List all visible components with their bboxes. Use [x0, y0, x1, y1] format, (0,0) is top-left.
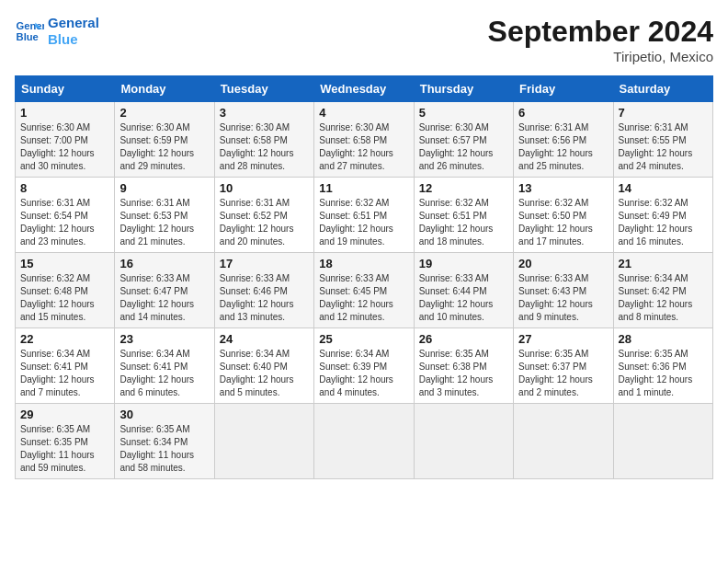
logo-line1: General — [48, 15, 99, 31]
day-number: 30 — [119, 408, 209, 421]
table-row: 23Sunrise: 6:34 AM Sunset: 6:41 PM Dayli… — [115, 328, 214, 404]
svg-text:Blue: Blue — [17, 31, 39, 42]
day-number: 5 — [419, 106, 508, 120]
day-info: Sunrise: 6:32 AM Sunset: 6:50 PM Dayligh… — [518, 197, 608, 248]
header-row: Sunday Monday Tuesday Wednesday Thursday… — [16, 76, 713, 102]
table-row: 11Sunrise: 6:32 AM Sunset: 6:51 PM Dayli… — [314, 178, 414, 253]
day-info: Sunrise: 6:35 AM Sunset: 6:34 PM Dayligh… — [119, 423, 209, 475]
calendar-week-3: 15Sunrise: 6:32 AM Sunset: 6:48 PM Dayli… — [16, 253, 713, 328]
day-number: 11 — [319, 181, 408, 195]
day-number: 13 — [518, 181, 608, 195]
calendar-week-5: 29Sunrise: 6:35 AM Sunset: 6:35 PM Dayli… — [16, 404, 713, 479]
table-row: 2Sunrise: 6:30 AM Sunset: 6:59 PM Daylig… — [115, 102, 214, 178]
table-row: 22Sunrise: 6:34 AM Sunset: 6:41 PM Dayli… — [16, 328, 115, 404]
day-number: 6 — [518, 106, 608, 120]
col-friday: Friday — [514, 76, 613, 102]
day-info: Sunrise: 6:30 AM Sunset: 6:58 PM Dayligh… — [220, 121, 309, 173]
table-row: 4Sunrise: 6:30 AM Sunset: 6:58 PM Daylig… — [314, 102, 414, 178]
day-info: Sunrise: 6:31 AM Sunset: 6:54 PM Dayligh… — [20, 197, 109, 248]
location-subtitle: Tiripetio, Mexico — [488, 49, 713, 64]
day-info: Sunrise: 6:35 AM Sunset: 6:38 PM Dayligh… — [419, 348, 508, 399]
calendar-week-2: 8Sunrise: 6:31 AM Sunset: 6:54 PM Daylig… — [16, 178, 713, 253]
day-number: 24 — [220, 332, 309, 346]
day-number: 14 — [619, 181, 708, 195]
table-row: 28Sunrise: 6:35 AM Sunset: 6:36 PM Dayli… — [613, 328, 712, 404]
table-row: 20Sunrise: 6:33 AM Sunset: 6:43 PM Dayli… — [514, 253, 613, 328]
logo-line2: Blue — [48, 31, 99, 48]
calendar-table: Sunday Monday Tuesday Wednesday Thursday… — [15, 75, 713, 479]
day-info: Sunrise: 6:31 AM Sunset: 6:55 PM Dayligh… — [619, 121, 708, 173]
col-thursday: Thursday — [414, 76, 513, 102]
table-row: 8Sunrise: 6:31 AM Sunset: 6:54 PM Daylig… — [16, 178, 115, 253]
col-monday: Monday — [115, 76, 214, 102]
table-row — [314, 404, 414, 479]
day-info: Sunrise: 6:30 AM Sunset: 6:57 PM Dayligh… — [419, 121, 508, 173]
table-row — [514, 404, 613, 479]
table-row: 5Sunrise: 6:30 AM Sunset: 6:57 PM Daylig… — [414, 102, 513, 178]
day-info: Sunrise: 6:33 AM Sunset: 6:45 PM Dayligh… — [319, 272, 408, 324]
day-number: 17 — [220, 257, 309, 270]
day-info: Sunrise: 6:33 AM Sunset: 6:46 PM Dayligh… — [220, 272, 309, 324]
col-wednesday: Wednesday — [314, 76, 414, 102]
table-row: 6Sunrise: 6:31 AM Sunset: 6:56 PM Daylig… — [514, 102, 613, 178]
table-row: 14Sunrise: 6:32 AM Sunset: 6:49 PM Dayli… — [613, 178, 712, 253]
table-row: 29Sunrise: 6:35 AM Sunset: 6:35 PM Dayli… — [16, 404, 115, 479]
table-row: 15Sunrise: 6:32 AM Sunset: 6:48 PM Dayli… — [16, 253, 115, 328]
day-info: Sunrise: 6:34 AM Sunset: 6:41 PM Dayligh… — [20, 348, 109, 399]
day-info: Sunrise: 6:35 AM Sunset: 6:35 PM Dayligh… — [20, 423, 109, 475]
day-number: 29 — [20, 408, 109, 421]
day-info: Sunrise: 6:35 AM Sunset: 6:37 PM Dayligh… — [518, 348, 608, 399]
day-info: Sunrise: 6:31 AM Sunset: 6:53 PM Dayligh… — [119, 197, 209, 248]
day-number: 8 — [20, 181, 109, 195]
svg-text:General: General — [17, 20, 44, 31]
day-info: Sunrise: 6:34 AM Sunset: 6:41 PM Dayligh… — [119, 348, 209, 399]
table-row: 7Sunrise: 6:31 AM Sunset: 6:55 PM Daylig… — [613, 102, 712, 178]
logo: General Blue General Blue — [15, 15, 99, 48]
day-info: Sunrise: 6:32 AM Sunset: 6:51 PM Dayligh… — [419, 197, 508, 248]
day-number: 4 — [319, 106, 408, 120]
day-info: Sunrise: 6:34 AM Sunset: 6:40 PM Dayligh… — [220, 348, 309, 399]
table-row: 19Sunrise: 6:33 AM Sunset: 6:44 PM Dayli… — [414, 253, 513, 328]
day-number: 16 — [119, 257, 209, 270]
day-number: 23 — [119, 332, 209, 346]
table-row: 3Sunrise: 6:30 AM Sunset: 6:58 PM Daylig… — [214, 102, 313, 178]
table-row: 13Sunrise: 6:32 AM Sunset: 6:50 PM Dayli… — [514, 178, 613, 253]
table-row: 1Sunrise: 6:30 AM Sunset: 7:00 PM Daylig… — [16, 102, 115, 178]
calendar-week-4: 22Sunrise: 6:34 AM Sunset: 6:41 PM Dayli… — [16, 328, 713, 404]
day-number: 25 — [319, 332, 408, 346]
table-row: 30Sunrise: 6:35 AM Sunset: 6:34 PM Dayli… — [115, 404, 214, 479]
table-row: 10Sunrise: 6:31 AM Sunset: 6:52 PM Dayli… — [214, 178, 313, 253]
table-row: 12Sunrise: 6:32 AM Sunset: 6:51 PM Dayli… — [414, 178, 513, 253]
col-saturday: Saturday — [613, 76, 712, 102]
col-tuesday: Tuesday — [214, 76, 313, 102]
day-number: 27 — [518, 332, 608, 346]
table-row — [214, 404, 313, 479]
day-number: 20 — [518, 257, 608, 270]
calendar-week-1: 1Sunrise: 6:30 AM Sunset: 7:00 PM Daylig… — [16, 102, 713, 178]
table-row: 9Sunrise: 6:31 AM Sunset: 6:53 PM Daylig… — [115, 178, 214, 253]
table-row: 26Sunrise: 6:35 AM Sunset: 6:38 PM Dayli… — [414, 328, 513, 404]
day-number: 21 — [619, 257, 708, 270]
table-row — [613, 404, 712, 479]
day-number: 26 — [419, 332, 508, 346]
day-number: 7 — [619, 106, 708, 120]
day-info: Sunrise: 6:32 AM Sunset: 6:49 PM Dayligh… — [619, 197, 708, 248]
day-info: Sunrise: 6:35 AM Sunset: 6:36 PM Dayligh… — [619, 348, 708, 399]
table-row: 17Sunrise: 6:33 AM Sunset: 6:46 PM Dayli… — [214, 253, 313, 328]
day-number: 3 — [220, 106, 309, 120]
day-number: 10 — [220, 181, 309, 195]
day-info: Sunrise: 6:32 AM Sunset: 6:48 PM Dayligh… — [20, 272, 109, 324]
day-number: 18 — [319, 257, 408, 270]
day-number: 19 — [419, 257, 508, 270]
day-info: Sunrise: 6:30 AM Sunset: 6:58 PM Dayligh… — [319, 121, 408, 173]
col-sunday: Sunday — [16, 76, 115, 102]
day-info: Sunrise: 6:34 AM Sunset: 6:39 PM Dayligh… — [319, 348, 408, 399]
day-number: 2 — [119, 106, 209, 120]
table-row — [414, 404, 513, 479]
day-info: Sunrise: 6:34 AM Sunset: 6:42 PM Dayligh… — [619, 272, 708, 324]
day-info: Sunrise: 6:33 AM Sunset: 6:43 PM Dayligh… — [518, 272, 608, 324]
month-title: September 2024 — [488, 15, 713, 49]
day-number: 12 — [419, 181, 508, 195]
title-area: September 2024 Tiripetio, Mexico — [488, 15, 713, 64]
day-number: 1 — [20, 106, 109, 120]
